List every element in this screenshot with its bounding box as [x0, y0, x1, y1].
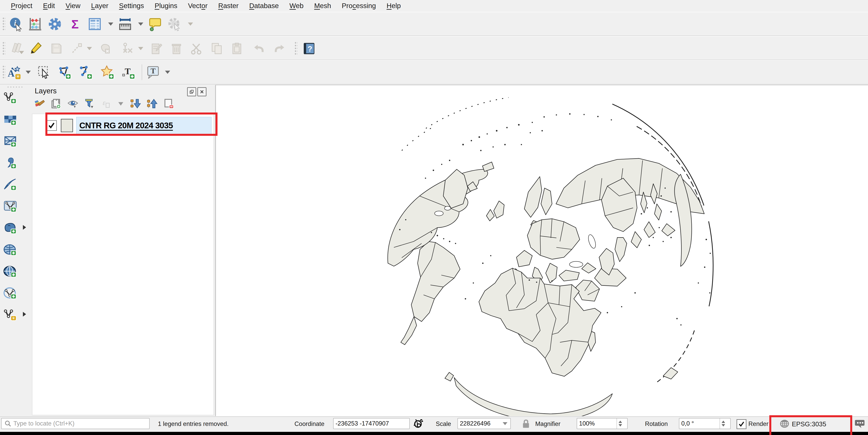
coordinate-box[interactable] [333, 418, 410, 429]
toggle-extents-icon[interactable] [413, 418, 424, 429]
main-annotation-layer-button[interactable]: A ✳ [7, 65, 22, 80]
save-edits-button[interactable] [49, 41, 64, 56]
layer-row[interactable]: CNTR RG 20M 2024 3035 [46, 117, 212, 134]
move-feature-button[interactable] [98, 41, 113, 56]
scale-input[interactable] [458, 420, 501, 427]
add-wcs-layer-button[interactable] [3, 264, 18, 278]
menu-processing[interactable]: Processing [337, 2, 381, 10]
add-virtual-layer-button[interactable] [3, 199, 18, 213]
annotation-layer-dropdown[interactable] [26, 71, 31, 74]
toggle-editing-button[interactable] [28, 41, 43, 56]
identify-features-button[interactable]: i [8, 17, 23, 32]
undo-button[interactable] [251, 41, 266, 56]
select-annotation-button[interactable] [37, 65, 52, 80]
menu-mesh[interactable]: Mesh [309, 2, 337, 10]
menu-view[interactable]: View [60, 2, 86, 10]
add-group-button[interactable] [51, 98, 62, 110]
modify-attributes-button[interactable] [149, 41, 164, 56]
create-polygon-annotation-button[interactable] [57, 65, 72, 80]
panel-close-button[interactable] [197, 87, 207, 96]
add-spatialite-layer-button[interactable] [3, 177, 18, 191]
remove-layer-button[interactable] [163, 98, 175, 110]
add-virtual-vector-layer-button[interactable]: ✳ [3, 308, 18, 322]
coordinate-input[interactable] [334, 420, 409, 427]
statistical-summary-button[interactable] [28, 17, 43, 32]
expand-all-button[interactable] [130, 98, 141, 110]
map-tips-button[interactable] [148, 17, 163, 32]
rotation-input[interactable] [679, 420, 720, 427]
menu-vector[interactable]: Vector [183, 2, 213, 10]
vertex-tool-dropdown[interactable] [138, 47, 143, 50]
add-wfs-layer-button[interactable] [3, 286, 18, 300]
menu-settings[interactable]: Settings [114, 2, 149, 10]
menu-project[interactable]: Project [5, 2, 38, 10]
create-marker-annotation-button[interactable] [100, 65, 115, 80]
menu-layer[interactable]: Layer [86, 2, 114, 10]
create-line-annotation-button[interactable] [78, 65, 93, 80]
create-text-annotation-button[interactable]: T [121, 65, 136, 80]
vertex-tool-button[interactable] [120, 41, 135, 56]
manage-map-themes-button[interactable] [67, 98, 79, 110]
toolbar-drag-handle[interactable] [2, 17, 5, 31]
current-edits-dropdown[interactable] [19, 51, 24, 54]
attribute-table-dropdown[interactable] [108, 23, 113, 26]
copy-features-button[interactable] [209, 41, 224, 56]
messages-bubble-icon[interactable] [854, 418, 866, 430]
scale-combobox[interactable] [458, 418, 511, 429]
lock-icon[interactable] [521, 419, 530, 429]
locator-input[interactable] [11, 420, 149, 427]
add-feature-button[interactable] [69, 41, 84, 56]
toolbar-drag-handle[interactable] [2, 65, 5, 79]
measure-dropdown[interactable] [138, 23, 143, 26]
text-annotation-tool-button[interactable]: T [145, 65, 160, 80]
layer-name-box[interactable]: CNTR RG 20M 2024 3035 [76, 117, 212, 134]
locator-search-box[interactable] [1, 418, 150, 429]
add-delimited-text-layer-button[interactable] [3, 156, 18, 170]
filter-legend-button[interactable] [84, 98, 95, 110]
show-statistical-summary-button[interactable]: Σ [67, 17, 83, 32]
expression-dropdown[interactable] [117, 100, 125, 107]
toolbar-drag-handle[interactable] [2, 41, 5, 55]
text-annotation-dropdown[interactable] [165, 71, 170, 74]
add-postgis-layer-button[interactable] [3, 221, 18, 235]
magnifier-spinner[interactable] [617, 418, 624, 429]
help-contents-button[interactable]: ? [302, 41, 316, 56]
add-raster-layer-button[interactable] [3, 112, 18, 126]
panel-float-button[interactable] [187, 87, 196, 96]
menu-plugins[interactable]: Plugins [149, 2, 183, 10]
crs-globe-icon[interactable] [779, 418, 790, 429]
filter-legend-by-expression-button[interactable]: ε [100, 98, 112, 110]
add-feature-dropdown[interactable] [87, 47, 92, 50]
magnifier-input[interactable] [577, 420, 617, 427]
action-dropdown[interactable] [188, 23, 193, 26]
layer-symbol-swatch[interactable] [61, 119, 73, 132]
redo-button[interactable] [272, 41, 287, 56]
layer-visibility-checkbox[interactable] [46, 120, 57, 131]
scale-dropdown[interactable] [501, 422, 509, 425]
menu-web[interactable]: Web [284, 2, 309, 10]
menu-help[interactable]: Help [381, 2, 406, 10]
menu-raster[interactable]: Raster [213, 2, 244, 10]
menu-edit[interactable]: Edit [38, 2, 60, 10]
rotation-spinbox[interactable] [679, 418, 731, 429]
cut-features-button[interactable] [189, 41, 204, 56]
collapse-all-button[interactable] [147, 98, 158, 110]
crs-indicator[interactable]: EPSG:3035 [792, 421, 826, 428]
toolbar-drag-handle[interactable] [7, 86, 23, 88]
magnifier-spinbox[interactable] [577, 418, 628, 429]
map-canvas[interactable] [216, 85, 868, 416]
paste-features-button[interactable] [229, 41, 244, 56]
add-mesh-layer-button[interactable] [3, 134, 18, 148]
toolbar-drag-handle[interactable] [294, 41, 297, 55]
run-feature-action-button[interactable] [167, 17, 182, 32]
rotation-spinner[interactable] [720, 418, 727, 429]
postgis-dropdown[interactable] [23, 225, 26, 230]
render-checkbox[interactable] [737, 419, 746, 429]
open-attribute-table-button[interactable] [87, 17, 102, 32]
add-wms-layer-button[interactable] [3, 242, 18, 256]
add-vector-layer-button[interactable] [3, 90, 18, 104]
delete-selected-button[interactable] [169, 41, 184, 56]
open-styling-panel-button[interactable] [34, 98, 45, 110]
menu-database[interactable]: Database [244, 2, 284, 10]
measure-button[interactable] [118, 17, 133, 32]
